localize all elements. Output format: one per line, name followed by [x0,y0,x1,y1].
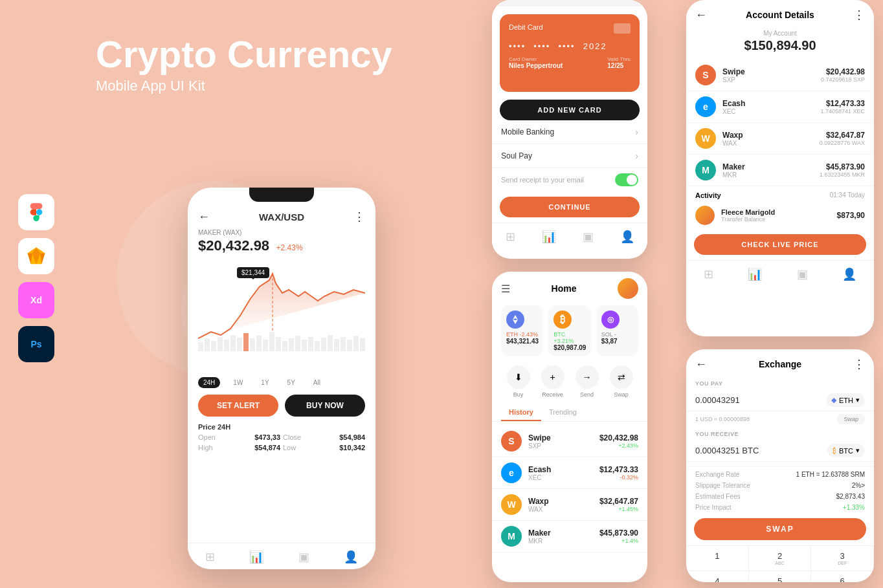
receive-action[interactable]: + Receive [541,365,564,398]
receive-coin-button[interactable]: ₿ BTC ▾ [827,444,865,457]
chevron-right-icon-2: › [635,151,638,161]
numpad-1[interactable]: 1 [686,546,749,571]
swap-button[interactable]: SWAP [694,518,866,540]
numpad-2[interactable]: 2 ABC [749,546,812,571]
mobile-banking-menu-item[interactable]: Mobile Banking › [492,120,647,144]
sketch-icon[interactable] [18,238,54,274]
sol-card[interactable]: ◎ SOL - $3,87 [596,305,638,356]
home-swipe-item[interactable]: S Swipe SXP $20,432.98 +2.43% [492,426,647,457]
receive-amount[interactable]: 0.00043251 BTC [695,446,759,455]
impact-value: +1.33% [843,504,865,511]
nav-chart-icon-3[interactable]: 📊 [748,267,762,281]
time-all-button[interactable]: All [308,377,326,388]
swipe-list-item[interactable]: S Swipe SXP $20,432.98 0.74209618 SXP [686,60,874,91]
svg-rect-30 [347,340,352,351]
svg-rect-13 [237,338,242,351]
exchange-back-button[interactable]: ← [695,358,707,371]
user-avatar[interactable] [618,278,638,299]
maker-ticker: MKR [722,171,820,179]
home-waxp-item[interactable]: W Waxp WAX $32,647.87 +1.45% [492,489,647,521]
set-alert-button[interactable]: SET ALERT [198,395,278,417]
buy-now-button[interactable]: BUY NOW [285,395,365,417]
activity-amount: $873,90 [837,211,865,220]
soul-pay-menu-item[interactable]: Soul Pay › [492,144,647,168]
continue-button[interactable]: CONTINUE [500,197,640,217]
nav-card-icon[interactable]: ▣ [298,550,309,564]
nav-grid-icon-2[interactable]: ⊞ [506,230,515,244]
receive-coin-chevron: ▾ [856,446,860,455]
send-action[interactable]: → Send [576,365,599,398]
ecash-list-item[interactable]: e Ecash XEC $12,473.33 1.74058741 XEC [686,91,874,123]
btc-change: +3.21% [553,338,574,344]
svg-rect-11 [224,340,229,351]
numpad-6[interactable]: 6 MNO [811,571,874,582]
receive-icon: + [541,365,564,389]
nav-grid-icon[interactable]: ⊞ [205,550,215,564]
numpad-4[interactable]: 4 GHI [686,571,749,582]
back-button[interactable]: ← [198,210,210,224]
swap-direction-button[interactable]: Swap [837,414,865,424]
exchange-more-button[interactable]: ⋮ [853,357,865,371]
time-1y-button[interactable]: 1Y [256,377,274,388]
card-type-label: Debit Card [509,23,543,31]
mobile-banking-label: Mobile Banking [501,127,554,136]
check-live-price-button[interactable]: CHECK LIVE PRICE [694,234,866,255]
waxp-price: $32,647.87 [820,131,865,140]
swipe-sub: 0.74209618 SXP [821,76,865,83]
ps-icon[interactable]: Ps [18,326,54,362]
buy-action[interactable]: ⬇ Buy [507,365,530,398]
fees-label: Estimated Fees [695,493,740,500]
numpad-5[interactable]: 5 JKL [749,571,812,582]
pay-coin-button[interactable]: ◆ ETH ▾ [826,393,865,407]
home-maker-item[interactable]: M Maker MKR $45,873.90 +1.4% [492,521,647,552]
impact-row: Price Impact +1.33% [686,502,874,513]
nav-grid-icon-3[interactable]: ⊞ [704,267,713,281]
time-5y-button[interactable]: 5Y [282,377,300,388]
time-24h-button[interactable]: 24H [198,377,220,388]
figma-icon[interactable] [18,194,54,230]
menu-icon[interactable]: ☰ [501,283,510,295]
home-waxp-ticker: WAX [528,506,599,513]
nav-card-icon-2[interactable]: ▣ [583,230,594,244]
home-ecash-name: Ecash [528,465,599,474]
activity-time: 01:34 Today [830,191,865,199]
maker-list-item[interactable]: M Maker MKR $45,873.90 1.63223455 MKR [686,155,874,186]
swipe-name: Swipe [722,67,821,76]
nav-user-icon-2[interactable]: 👤 [620,230,634,244]
svg-rect-15 [250,338,255,351]
more-menu-button-2[interactable]: ⋮ [853,8,865,22]
home-ecash-price: $12,473.33 [599,465,638,474]
add-card-button[interactable]: ADD NEW CARD [500,100,640,120]
nav-chart-icon[interactable]: 📊 [249,550,263,564]
receipt-toggle[interactable] [615,173,638,186]
time-1w-button[interactable]: 1W [228,377,248,388]
nav-user-icon-3[interactable]: 👤 [842,267,856,281]
home-ecash-item[interactable]: e Ecash XEC $12,473.33 -0.32% [492,457,647,489]
eth-card[interactable]: ETH -2.43% $43,321.43 [501,305,543,356]
xd-icon[interactable]: Xd [18,282,54,318]
svg-rect-23 [302,340,307,351]
history-tab[interactable]: History [501,404,541,421]
coin-label: MAKER (WAX) [198,229,365,236]
svg-rect-16 [256,336,262,351]
nav-chart-icon-2[interactable]: 📊 [542,230,556,244]
pay-amount[interactable]: 0.00043291 [695,395,740,405]
swap-action[interactable]: ⇄ Swap [610,365,633,398]
time-filters: 24H 1W 1Y 5Y All [198,377,365,388]
swipe-ticker: SXP [722,76,821,83]
fees-value: $2,873.43 [836,493,866,500]
nav-user-icon[interactable]: 👤 [344,550,358,564]
more-menu-button[interactable]: ⋮ [353,210,365,224]
btc-card[interactable]: ₿ BTC +3.21% $20,987.09 [548,305,590,356]
trending-tab[interactable]: Trending [541,404,585,421]
back-button-2[interactable]: ← [695,8,707,22]
home-swipe-price: $20,432.98 [599,433,638,442]
numpad-3[interactable]: 3 DEF [811,546,874,571]
account-title: Account Details [707,10,853,20]
phone-exchange: ← Exchange ⋮ YOU PAY 0.00043291 ◆ ETH ▾ … [686,349,874,582]
waxp-list-item[interactable]: W Waxp WAX $32,647.87 0.09228776 WAX [686,123,874,155]
home-swipe-ticker: SXP [528,442,599,450]
svg-rect-27 [328,335,333,351]
nav-card-icon-3[interactable]: ▣ [797,267,808,281]
soul-pay-label: Soul Pay [501,151,532,160]
